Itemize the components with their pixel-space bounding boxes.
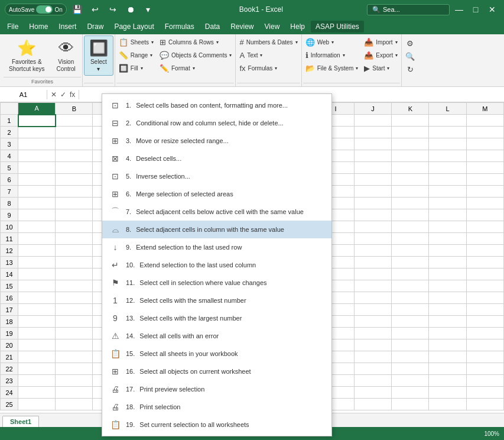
row-header-19[interactable]: 19 [1, 328, 18, 339]
numbers-dates-button[interactable]: # Numbers & Dates ▾ [237, 35, 300, 48]
cell-J15[interactable] [354, 280, 391, 292]
objects-comments-button[interactable]: 💬 Objects & Comments ▾ [157, 48, 234, 62]
cell-M8[interactable] [466, 198, 503, 209]
undo-button[interactable]: ↩ [88, 2, 102, 17]
cell-L24[interactable] [429, 387, 466, 399]
menu-data[interactable]: Data [200, 21, 225, 33]
cell-A20[interactable] [18, 339, 56, 351]
cell-L15[interactable] [429, 280, 466, 292]
dropdown-item-10[interactable]: ↵10. Extend selection to the last used c… [102, 256, 331, 274]
cell-M24[interactable] [466, 387, 503, 399]
cell-K21[interactable] [392, 351, 429, 363]
cell-J2[interactable] [354, 127, 391, 138]
row-header-18[interactable]: 18 [1, 316, 18, 328]
cell-B23[interactable] [56, 375, 93, 387]
cell-L12[interactable] [429, 245, 466, 257]
cell-J10[interactable] [354, 221, 391, 233]
row-header-9[interactable]: 9 [1, 209, 18, 221]
row-header-16[interactable]: 16 [1, 292, 18, 304]
dropdown-item-17[interactable]: 🖨17. Print preview selection [102, 380, 331, 398]
row-header-14[interactable]: 14 [1, 268, 18, 280]
minimize-button[interactable]: — [452, 2, 466, 17]
dropdown-item-11[interactable]: ⚑11. Select cell in selection where valu… [102, 274, 331, 292]
cell-A23[interactable] [18, 375, 56, 387]
cell-L22[interactable] [429, 363, 466, 375]
row-header-2[interactable]: 2 [1, 127, 18, 138]
cell-A22[interactable] [18, 363, 56, 375]
cell-K18[interactable] [392, 316, 429, 328]
cell-B3[interactable] [56, 138, 93, 150]
col-header-k[interactable]: K [392, 103, 429, 115]
row-header-10[interactable]: 10 [1, 221, 18, 233]
cell-M15[interactable] [466, 280, 503, 292]
cell-J20[interactable] [354, 339, 391, 351]
cell-J7[interactable] [354, 186, 391, 198]
dropdown-item-15[interactable]: 📋15. Select all sheets in your workbook [102, 345, 331, 363]
cell-M13[interactable] [466, 257, 503, 268]
cell-B18[interactable] [56, 316, 93, 328]
cell-M10[interactable] [466, 221, 503, 233]
menu-view[interactable]: View [260, 21, 285, 33]
cell-J17[interactable] [354, 304, 391, 316]
cell-L16[interactable] [429, 292, 466, 304]
dropdown-item-6[interactable]: ⊞6. Merge selection of selected areas [102, 185, 331, 203]
select-button[interactable]: 🔲 Select▾ [84, 35, 113, 76]
cell-B11[interactable] [56, 233, 93, 245]
cell-K1[interactable] [392, 115, 429, 127]
dropdown-item-19[interactable]: 📋19. Set current selection to all worksh… [102, 416, 331, 433]
cell-A25[interactable] [18, 399, 56, 410]
cell-J19[interactable] [354, 328, 391, 339]
autosave-toggle[interactable]: AutoSave On [5, 4, 67, 15]
cell-B25[interactable] [56, 399, 93, 410]
text-button[interactable]: A Text ▾ [237, 48, 300, 62]
dropdown-item-5[interactable]: ⊡5. Inverse selection... [102, 167, 331, 185]
dropdown-item-12[interactable]: 112. Select cells with the smallest numb… [102, 292, 331, 309]
cell-K12[interactable] [392, 245, 429, 257]
cell-B7[interactable] [56, 186, 93, 198]
cell-L20[interactable] [429, 339, 466, 351]
cell-B2[interactable] [56, 127, 93, 138]
cell-A3[interactable] [18, 138, 56, 150]
cell-M1[interactable] [466, 115, 503, 127]
row-header-6[interactable]: 6 [1, 174, 18, 186]
row-header-15[interactable]: 15 [1, 280, 18, 292]
cell-L25[interactable] [429, 399, 466, 410]
menu-formulas[interactable]: Formulas [160, 21, 199, 33]
cell-J6[interactable] [354, 174, 391, 186]
col-header-b[interactable]: B [56, 103, 93, 115]
cell-B15[interactable] [56, 280, 93, 292]
cell-K10[interactable] [392, 221, 429, 233]
cell-K8[interactable] [392, 198, 429, 209]
cell-J23[interactable] [354, 375, 391, 387]
record-macro-button[interactable]: ⏺ [123, 2, 138, 17]
dropdown-item-2[interactable]: ⊟2. Conditional row and column select, h… [102, 114, 331, 132]
cell-B1[interactable] [56, 115, 93, 127]
row-header-21[interactable]: 21 [1, 351, 18, 363]
cell-L2[interactable] [429, 127, 466, 138]
col-header-l[interactable]: L [429, 103, 466, 115]
cell-J13[interactable] [354, 257, 391, 268]
cell-K25[interactable] [392, 399, 429, 410]
cell-B14[interactable] [56, 268, 93, 280]
cell-M4[interactable] [466, 150, 503, 162]
cell-M25[interactable] [466, 399, 503, 410]
cell-K13[interactable] [392, 257, 429, 268]
formulas-button[interactable]: fx Formulas ▾ [237, 62, 300, 75]
dropdown-item-3[interactable]: ⊞3. Move or resize selected range... [102, 132, 331, 150]
cell-L5[interactable] [429, 162, 466, 174]
cell-K6[interactable] [392, 174, 429, 186]
cell-M6[interactable] [466, 174, 503, 186]
row-header-5[interactable]: 5 [1, 162, 18, 174]
cell-K5[interactable] [392, 162, 429, 174]
cell-J22[interactable] [354, 363, 391, 375]
cell-M12[interactable] [466, 245, 503, 257]
cell-A4[interactable] [18, 150, 56, 162]
cell-M18[interactable] [466, 316, 503, 328]
dropdown-item-16[interactable]: ⊞16. Select all objects on current works… [102, 363, 331, 380]
cell-A2[interactable] [18, 127, 56, 138]
maximize-button[interactable]: □ [469, 2, 483, 17]
cell-B9[interactable] [56, 209, 93, 221]
cell-J12[interactable] [354, 245, 391, 257]
cell-L18[interactable] [429, 316, 466, 328]
row-header-17[interactable]: 17 [1, 304, 18, 316]
